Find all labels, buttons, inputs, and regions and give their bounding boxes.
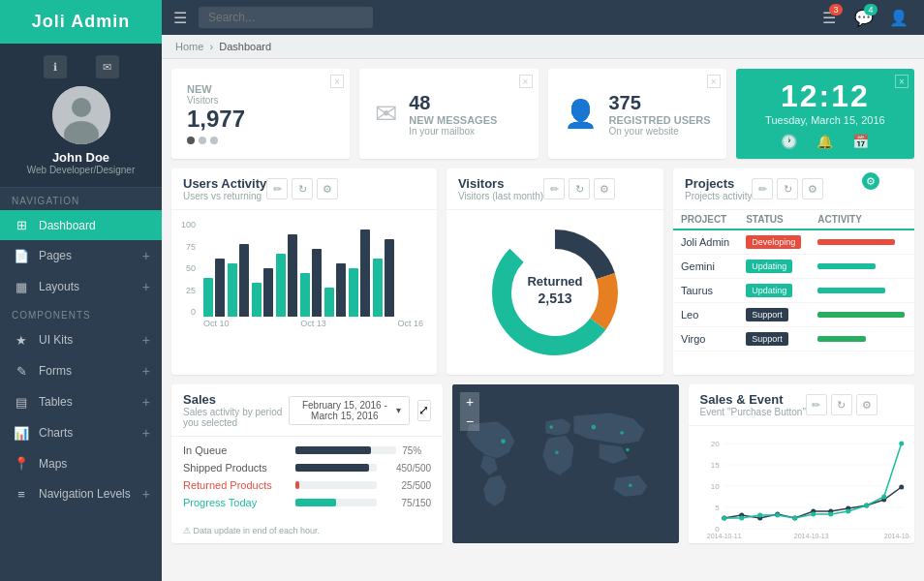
sales-bar-bg (295, 499, 377, 506)
maps-icon: 📍 (12, 456, 31, 471)
widget-title: Users Activity (183, 176, 266, 191)
close-icon[interactable]: × (330, 75, 344, 88)
dashboard-icon: ⊞ (12, 218, 31, 232)
sales-bar-bg (295, 464, 377, 472)
status-badge: Updating (746, 284, 792, 297)
svg-point-12 (629, 483, 632, 487)
breadcrumb-home[interactable]: Home (175, 41, 203, 52)
sidebar: Joli Admin ℹ ✉ John Doe Web Developer/De… (0, 0, 162, 581)
middle-row: Users Activity Users vs returning ✏ ↻ ⚙ … (171, 168, 914, 375)
sidebar-item-dashboard[interactable]: ⊞ Dashboard (0, 210, 162, 240)
settings-button[interactable]: ⚙ (802, 178, 823, 199)
close-icon[interactable]: × (707, 75, 721, 88)
sidebar-item-layouts[interactable]: ▦ Layouts + (0, 271, 162, 302)
sidebar-item-tables[interactable]: ▤ Tables + (0, 386, 162, 417)
refresh-button[interactable]: ↻ (292, 178, 313, 199)
activity-bar (817, 288, 885, 293)
widget-body: 20 15 10 5 0 (689, 426, 914, 543)
activity-bar (817, 336, 866, 342)
clock-card: × 12:12 Tuesday, March 15, 2016 🕐 🔔 📅 (736, 69, 914, 159)
close-icon[interactable]: × (895, 75, 909, 88)
uikits-icon: ★ (12, 333, 31, 348)
edit-button[interactable]: ✏ (266, 178, 288, 199)
stat-sub-messages: In your mailbox (409, 126, 497, 137)
svg-point-8 (592, 425, 597, 430)
x-label: Oct 16 (397, 319, 423, 328)
table-row: LeoSupport (673, 303, 914, 327)
badge-count-1: 3 (829, 4, 843, 15)
activity-bar (817, 263, 876, 269)
user-badge[interactable]: 👤 (885, 4, 912, 31)
settings-dot[interactable]: ⚙ (862, 172, 879, 190)
calendar-icon[interactable]: 📅 (852, 134, 869, 149)
svg-point-1 (72, 98, 91, 117)
sales-title: Sales (183, 392, 289, 407)
widget-title: Visitors (458, 176, 543, 191)
sales-body: In Queue 75% Shipped Products 450/500 (171, 437, 443, 522)
sales-bar-fill-red (295, 481, 299, 489)
sidebar-user: ℹ ✉ John Doe Web Developer/Designer (0, 44, 162, 188)
svg-text:2014-10-13: 2014-10-13 (793, 533, 828, 539)
settings-button[interactable]: ⚙ (856, 394, 878, 415)
svg-point-9 (620, 431, 624, 435)
user-topbar-icon: 👤 (889, 9, 909, 27)
svg-point-44 (899, 442, 904, 446)
sidebar-item-pages[interactable]: 📄 Pages + (0, 240, 162, 271)
edit-button[interactable]: ✏ (806, 394, 827, 415)
stat-title-visitors: NEW (187, 83, 245, 95)
zoom-out-button[interactable]: − (460, 412, 479, 431)
sales-row: Returned Products 25/500 (183, 479, 431, 491)
map-zoom-controls: + − (460, 392, 479, 431)
close-icon[interactable]: × (519, 75, 533, 88)
line-chart: 20 15 10 5 0 (693, 434, 910, 540)
refresh-button[interactable]: ↻ (777, 178, 798, 199)
hamburger-icon[interactable]: ☰ (173, 9, 187, 27)
avatar (52, 86, 110, 144)
brand-title: Joli Admin (0, 0, 162, 44)
user-name: John Doe (52, 150, 109, 165)
svg-point-7 (550, 425, 554, 429)
expand-button[interactable]: ⤢ (417, 400, 432, 421)
plus-icon: + (142, 425, 150, 441)
bar-teal (203, 278, 213, 317)
messages-badge[interactable]: 💬 4 (850, 4, 878, 31)
zoom-in-button[interactable]: + (460, 392, 479, 412)
sidebar-item-charts[interactable]: 📊 Charts + (0, 417, 162, 448)
data-note: ⚠ Data update in end of each hour. (171, 522, 443, 539)
map-svg (452, 384, 678, 543)
sidebar-item-maps[interactable]: 📍 Maps (0, 448, 162, 478)
edit-button[interactable]: ✏ (752, 178, 773, 199)
refresh-button[interactable]: ↻ (831, 394, 852, 415)
bar-group (300, 249, 322, 317)
plus-icon: + (142, 394, 150, 410)
edit-button[interactable]: ✏ (543, 178, 565, 199)
search-input[interactable] (199, 7, 373, 28)
svg-point-38 (792, 516, 797, 521)
activity-bar (817, 239, 895, 245)
project-name: Taurus (673, 279, 738, 303)
sidebar-item-navlevels[interactable]: ≡ Navigation Levels + (0, 478, 162, 509)
svg-point-6 (501, 439, 506, 443)
settings-button[interactable]: ⚙ (317, 178, 338, 199)
sidebar-item-label: Layouts (39, 280, 142, 293)
notifications-badge[interactable]: ☰ 3 (816, 4, 843, 31)
sidebar-item-forms[interactable]: ✎ Forms + (0, 355, 162, 386)
mail-icon[interactable]: ✉ (96, 55, 119, 78)
refresh-button[interactable]: ↻ (569, 178, 590, 199)
info-icon[interactable]: ℹ (44, 55, 67, 78)
svg-point-34 (722, 516, 726, 521)
stat-cards-row: × NEW Visitors 1,977 × ✉ 48 (171, 69, 914, 159)
y-label: 25 (181, 286, 196, 295)
bell-icon[interactable]: 🔔 (816, 134, 833, 149)
sidebar-item-label: Navigation Levels (39, 487, 142, 501)
settings-button[interactable]: ⚙ (594, 178, 615, 199)
envelope-icon: ✉ (375, 98, 397, 130)
users-activity-widget: Users Activity Users vs returning ✏ ↻ ⚙ … (171, 168, 437, 375)
date-range-button[interactable]: February 15, 2016 - March 15, 2016 ▾ (289, 396, 409, 425)
dots (187, 137, 245, 144)
clock-icon[interactable]: 🕐 (781, 134, 797, 149)
chart-x-labels: Oct 10 Oct 13 Oct 16 (200, 317, 427, 328)
widget-header: Sales & Event Event "Purchase Button" ✏ … (689, 384, 914, 426)
badge-count-2: 4 (864, 4, 878, 15)
sidebar-item-uikits[interactable]: ★ UI Kits + (0, 324, 162, 355)
